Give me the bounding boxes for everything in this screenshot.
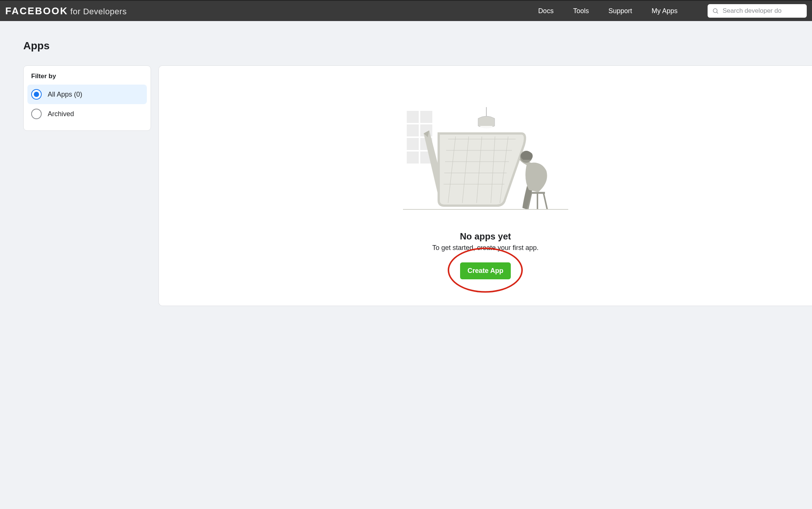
- filter-item-label: All Apps (0): [48, 91, 82, 98]
- empty-illustration: [403, 107, 568, 212]
- empty-subtitle: To get started, create your first app.: [432, 244, 539, 252]
- nav-support[interactable]: Support: [608, 7, 632, 15]
- svg-rect-3: [420, 111, 432, 123]
- radio-icon: [31, 109, 42, 119]
- search-icon: [712, 8, 719, 14]
- search-input[interactable]: [723, 7, 802, 15]
- main-content: No apps yet To get started, create your …: [158, 65, 812, 306]
- nav-docs[interactable]: Docs: [538, 7, 554, 15]
- filter-item-all-apps[interactable]: All Apps (0): [27, 85, 147, 104]
- page-title: Apps: [23, 40, 812, 52]
- nav-links: Docs Tools Support My Apps: [538, 4, 807, 18]
- filter-item-label: Archived: [48, 110, 74, 118]
- svg-line-25: [543, 193, 547, 209]
- filter-title: Filter by: [27, 71, 147, 85]
- brand-main-text: FACEBOOK: [5, 5, 68, 17]
- svg-rect-4: [407, 124, 419, 136]
- filter-item-archived[interactable]: Archived: [27, 104, 147, 124]
- nav-tools[interactable]: Tools: [573, 7, 589, 15]
- filter-card: Filter by All Apps (0) Archived: [23, 65, 151, 131]
- svg-line-1: [717, 12, 718, 13]
- svg-rect-2: [407, 111, 419, 123]
- empty-title: No apps yet: [460, 231, 511, 242]
- svg-point-0: [713, 9, 717, 13]
- top-nav: FACEBOOK for Developers Docs Tools Suppo…: [0, 0, 812, 21]
- create-app-button[interactable]: Create App: [460, 262, 511, 279]
- svg-rect-8: [407, 151, 419, 164]
- nav-my-apps[interactable]: My Apps: [652, 7, 678, 15]
- search-box[interactable]: [708, 4, 807, 18]
- brand-logo[interactable]: FACEBOOK for Developers: [5, 5, 127, 17]
- radio-icon: [31, 89, 42, 100]
- svg-rect-6: [407, 138, 419, 150]
- brand-sub-text: for Developers: [70, 7, 127, 17]
